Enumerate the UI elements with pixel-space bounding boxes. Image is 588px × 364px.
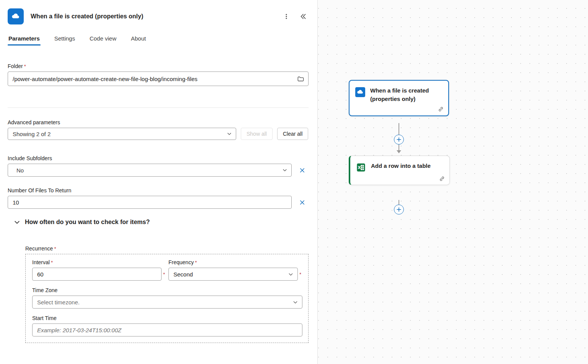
folder-label: Folder* (8, 63, 309, 69)
tab-code-view[interactable]: Code view (89, 34, 117, 46)
plus-icon (396, 137, 402, 142)
advanced-parameters-label: Advanced parameters (8, 119, 309, 125)
action-card[interactable]: X Add a row into a table (349, 156, 450, 185)
required-mark: * (51, 260, 53, 265)
interval-label: Interval* (32, 259, 53, 265)
svg-text:X: X (358, 166, 361, 170)
trigger-card[interactable]: When a file is created (properties only) (349, 80, 449, 116)
connector-arrow (397, 150, 401, 153)
frequency-label: Frequency* (168, 259, 197, 265)
start-time-field-block: Start Time (32, 315, 302, 336)
panel-tabs: Parameters Settings Code view About (8, 34, 309, 46)
add-step-button[interactable] (394, 205, 404, 214)
panel-title: When a file is created (properties only) (31, 13, 143, 20)
double-chevron-left-icon (300, 13, 307, 20)
panel-header-actions (281, 11, 309, 22)
recurrence-section-title: How often do you want to check for items… (25, 219, 150, 226)
interval-field-block: Interval* * (32, 259, 166, 281)
timezone-dropdown[interactable]: Select timezone. (32, 296, 302, 309)
files-to-return-label: Number Of Files To Return (8, 187, 309, 193)
required-mark: * (299, 271, 302, 277)
browse-folder-button[interactable] (295, 73, 306, 84)
files-to-return-input[interactable] (8, 196, 292, 209)
interval-input[interactable] (32, 268, 162, 281)
recurrence-editor: Interval* * Frequency* Second (25, 254, 309, 343)
section-divider (8, 107, 309, 108)
action-card-title: Add a row into a table (371, 162, 431, 170)
recurrence-label: Recurrence* (25, 245, 309, 252)
app-root: When a file is created (properties only)… (0, 0, 588, 364)
chevron-down-icon (282, 167, 287, 173)
frequency-dropdown[interactable]: Second (168, 268, 298, 281)
trigger-config-panel: When a file is created (properties only)… (0, 0, 318, 364)
chevron-down-icon (292, 299, 298, 305)
start-time-label: Start Time (32, 315, 57, 321)
panel-header: When a file is created (properties only) (8, 0, 309, 24)
link-icon (439, 176, 445, 182)
timezone-label: Time Zone (32, 287, 57, 293)
frequency-value: Second (173, 271, 193, 278)
recurrence-section-toggle[interactable]: How often do you want to check for items… (14, 219, 150, 226)
required-mark: * (54, 246, 56, 252)
advanced-parameters-dropdown[interactable]: Showing 2 of 2 (8, 128, 236, 140)
remove-files-to-return-button[interactable] (297, 197, 307, 207)
tab-settings[interactable]: Settings (54, 34, 76, 46)
required-mark: * (24, 63, 26, 69)
include-subfolders-label: Include Subfolders (8, 155, 309, 161)
onedrive-icon (355, 87, 365, 97)
excel-icon: X (356, 162, 366, 172)
link-icon (438, 106, 444, 112)
clear-all-button[interactable]: Clear all (277, 128, 308, 140)
include-subfolders-value: No (13, 167, 24, 174)
chevron-down-icon (227, 131, 232, 136)
flow-canvas[interactable]: When a file is created (properties only)… (318, 0, 588, 364)
more-vertical-icon (283, 13, 289, 20)
onedrive-icon (8, 8, 24, 24)
tab-about[interactable]: About (130, 34, 147, 46)
required-mark: * (163, 271, 166, 277)
include-subfolders-dropdown[interactable]: No (8, 164, 292, 177)
folder-field-block: Folder* (8, 63, 309, 86)
required-mark: * (195, 260, 197, 265)
dismiss-icon (299, 167, 305, 174)
files-to-return-block: Number Of Files To Return (8, 187, 309, 209)
recurrence-group: Recurrence* Interval* * Frequency* (25, 245, 309, 343)
insert-step-button[interactable] (394, 135, 404, 145)
more-menu-button[interactable] (281, 11, 292, 22)
start-time-input[interactable] (32, 323, 302, 336)
collapse-panel-button[interactable] (298, 11, 309, 22)
advanced-parameters-block: Advanced parameters Showing 2 of 2 Show … (8, 119, 309, 140)
folder-input[interactable] (8, 72, 309, 86)
chevron-down-icon (14, 219, 20, 226)
timezone-placeholder: Select timezone. (37, 299, 80, 306)
frequency-field-block: Frequency* Second * (168, 259, 302, 281)
folder-icon (297, 75, 304, 83)
plus-icon (396, 207, 402, 212)
trigger-card-title: When a file is created (properties only) (370, 86, 443, 103)
advanced-dropdown-value: Showing 2 of 2 (13, 131, 51, 137)
chevron-down-icon (288, 271, 294, 277)
tab-parameters[interactable]: Parameters (8, 34, 41, 46)
remove-include-subfolders-button[interactable] (297, 165, 307, 175)
include-subfolders-block: Include Subfolders No (8, 155, 309, 177)
timezone-field-block: Time Zone Select timezone. (32, 287, 302, 309)
dismiss-icon (299, 199, 305, 206)
show-all-button[interactable]: Show all (241, 128, 273, 140)
